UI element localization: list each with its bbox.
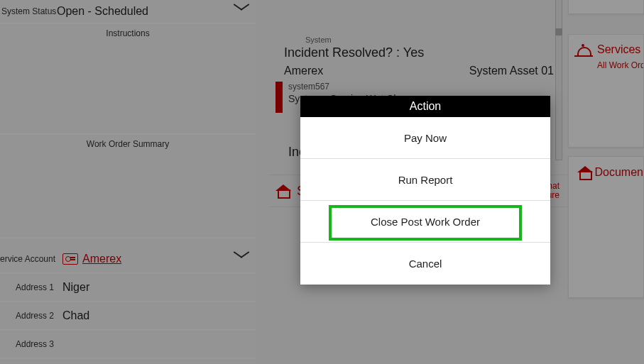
action-run-report[interactable]: Run Report: [300, 159, 550, 201]
action-pay-now[interactable]: Pay Now: [300, 117, 550, 159]
action-close-post-work-order[interactable]: Close Post Work Order: [300, 201, 550, 243]
action-modal-title: Action: [300, 96, 550, 117]
action-modal: Action Pay Now Run Report Close Post Wor…: [300, 96, 550, 285]
action-cancel[interactable]: Cancel: [300, 243, 550, 285]
